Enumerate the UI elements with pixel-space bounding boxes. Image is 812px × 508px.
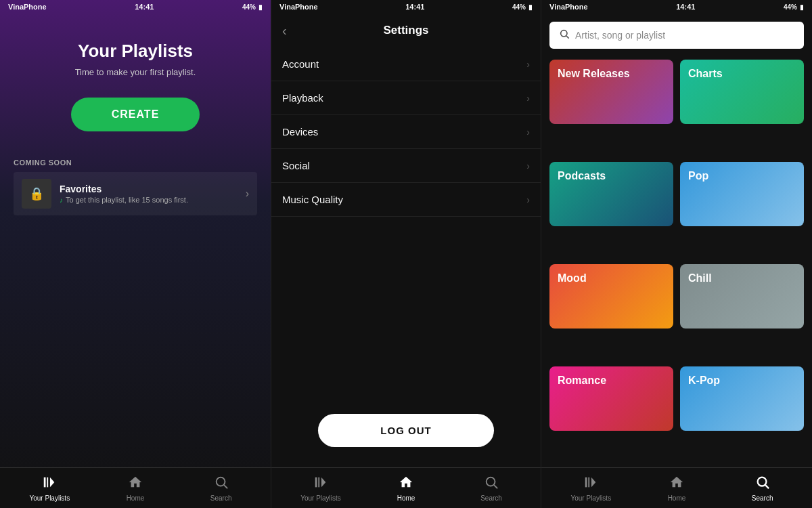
nav-label-search-2: Search — [480, 494, 502, 502]
home-icon-2 — [399, 475, 413, 493]
panel-playlists: VinaPhone 14:41 44% ▮ Your Playlists Tim… — [0, 0, 271, 508]
chevron-playback: › — [526, 93, 530, 104]
chevron-account: › — [526, 59, 530, 70]
playlist-desc: ♪ To get this playlist, like 15 songs fi… — [60, 196, 238, 204]
back-button[interactable]: ‹ — [282, 23, 287, 39]
settings-title: Settings — [383, 24, 428, 37]
nav-playlists-3[interactable]: Your Playlists — [570, 475, 611, 502]
status-bar-1: VinaPhone 14:41 44% ▮ — [0, 0, 271, 14]
svg-point-8 — [561, 30, 567, 37]
genre-card-pop[interactable]: Pop — [680, 162, 804, 226]
genre-label-charts: Charts — [688, 68, 723, 80]
nav-label-home-1: Home — [127, 494, 145, 502]
page-subtitle: Time to make your first playlist. — [75, 67, 196, 77]
svg-line-3 — [224, 485, 227, 488]
nav-home-3[interactable]: Home — [656, 475, 697, 502]
carrier-2: VinaPhone — [279, 3, 318, 11]
nav-playlists-1[interactable]: Your Playlists — [29, 475, 70, 502]
nav-playlists-2[interactable]: Your Playlists — [300, 475, 341, 502]
playlist-name: Favorites — [60, 184, 238, 194]
svg-line-9 — [566, 36, 569, 39]
library-icon-2 — [313, 475, 328, 493]
playlist-icon-box: 🔒 — [22, 179, 51, 209]
bottom-nav-1: Your Playlists Home Search — [0, 467, 271, 508]
genre-label-podcasts: Podcasts — [558, 170, 606, 182]
svg-point-6 — [487, 477, 495, 486]
nav-home-1[interactable]: Home — [115, 475, 156, 502]
search-bar-container: Artist, song or playlist — [541, 14, 812, 54]
status-bar-3: VinaPhone 14:41 44% ▮ — [541, 0, 812, 14]
page-title: Your Playlists — [78, 41, 193, 62]
genre-card-chill[interactable]: Chill — [680, 264, 804, 329]
settings-label-playback: Playback — [282, 92, 323, 104]
create-button[interactable]: CREATE — [71, 98, 200, 131]
svg-rect-4 — [315, 477, 317, 487]
nav-label-playlists-1: Your Playlists — [29, 494, 70, 502]
svg-rect-11 — [589, 477, 590, 487]
logout-container: LOG OUT — [271, 394, 541, 467]
library-icon-3 — [583, 475, 598, 493]
settings-item-social[interactable]: Social › — [271, 149, 541, 183]
genre-card-podcasts[interactable]: Podcasts — [549, 162, 673, 226]
panel-settings: VinaPhone 14:41 44% ▮ ‹ Settings Account… — [271, 0, 541, 508]
genre-label-kpop: K-Pop — [688, 375, 720, 387]
nav-label-playlists-2: Your Playlists — [300, 494, 341, 502]
search-bar[interactable]: Artist, song or playlist — [549, 22, 804, 49]
genre-card-charts[interactable]: Charts — [680, 60, 804, 124]
settings-item-devices[interactable]: Devices › — [271, 115, 541, 149]
nav-search-1[interactable]: Search — [201, 475, 242, 502]
battery-1: 44% ▮ — [242, 3, 263, 11]
playlist-item-favorites[interactable]: 🔒 Favorites ♪ To get this playlist, like… — [14, 172, 257, 215]
playlist-info: Favorites ♪ To get this playlist, like 1… — [60, 184, 238, 204]
search-input-placeholder: Artist, song or playlist — [575, 30, 665, 41]
svg-rect-0 — [44, 477, 46, 487]
svg-line-7 — [494, 485, 497, 488]
nav-label-search-3: Search — [752, 494, 773, 502]
nav-label-playlists-3: Your Playlists — [570, 494, 611, 502]
settings-item-account[interactable]: Account › — [271, 47, 541, 81]
nav-search-3[interactable]: Search — [742, 475, 783, 502]
nav-label-home-2: Home — [397, 494, 415, 502]
genre-label-mood: Mood — [558, 272, 587, 284]
genre-card-kpop[interactable]: K-Pop — [680, 366, 804, 431]
settings-list: Account › Playback › Devices › Social › … — [271, 47, 541, 221]
playlists-content: Your Playlists Time to make your first p… — [0, 14, 271, 467]
bottom-nav-2: Your Playlists Home Search — [271, 467, 541, 508]
settings-label-account: Account — [282, 58, 319, 70]
search-bar-icon — [559, 28, 570, 42]
carrier-3: VinaPhone — [549, 3, 588, 11]
browse-grid: New Releases Charts Podcasts Pop Mood Ch… — [541, 54, 812, 467]
settings-label-social: Social — [282, 160, 310, 171]
time-3: 14:41 — [676, 3, 695, 11]
genre-label-new-releases: New Releases — [558, 68, 630, 80]
bottom-nav-3: Your Playlists Home Search — [541, 467, 812, 508]
time-1: 14:41 — [135, 3, 154, 11]
svg-point-2 — [216, 477, 225, 486]
genre-card-new-releases[interactable]: New Releases — [549, 60, 673, 124]
chevron-social: › — [526, 161, 530, 171]
nav-label-search-1: Search — [210, 494, 232, 502]
panel-search: VinaPhone 14:41 44% ▮ Artist, song or pl… — [541, 0, 812, 508]
settings-label-devices: Devices — [282, 126, 318, 137]
settings-header: ‹ Settings — [271, 14, 541, 47]
nav-home-2[interactable]: Home — [386, 475, 426, 502]
battery-3: 44% ▮ — [784, 3, 804, 11]
genre-card-mood[interactable]: Mood — [549, 264, 673, 329]
library-icon-1 — [42, 475, 57, 493]
spotify-icon: ♪ — [60, 196, 63, 204]
logout-button[interactable]: LOG OUT — [318, 414, 494, 447]
svg-line-13 — [765, 485, 769, 488]
svg-point-12 — [757, 477, 766, 486]
lock-icon: 🔒 — [29, 186, 44, 201]
nav-search-2[interactable]: Search — [471, 475, 512, 502]
settings-item-music-quality[interactable]: Music Quality › — [271, 183, 541, 217]
search-icon-2 — [484, 475, 499, 493]
genre-label-chill: Chill — [688, 272, 712, 284]
home-icon-1 — [128, 475, 143, 493]
settings-item-playback[interactable]: Playback › — [271, 81, 541, 115]
genre-card-romance[interactable]: Romance — [549, 366, 673, 431]
settings-label-music-quality: Music Quality — [282, 194, 343, 205]
genre-label-pop: Pop — [688, 170, 708, 182]
svg-rect-1 — [47, 477, 49, 487]
chevron-right-icon: › — [246, 188, 249, 200]
